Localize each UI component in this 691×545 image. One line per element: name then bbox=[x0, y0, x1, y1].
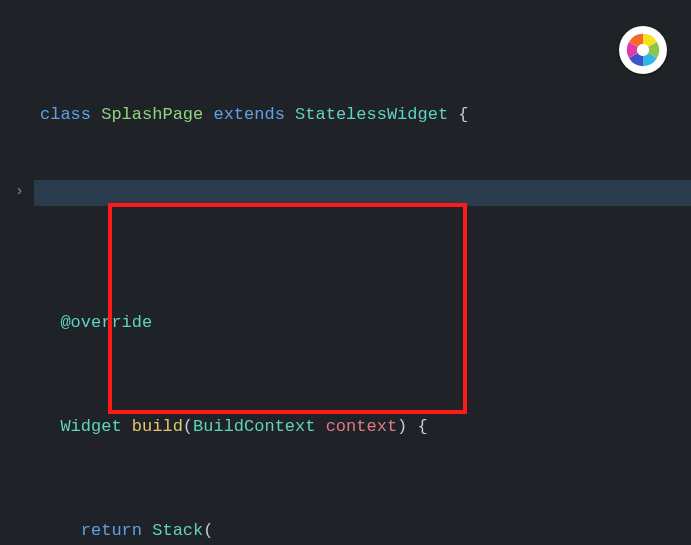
fn-build-name: build bbox=[132, 417, 183, 436]
keyword-class: class bbox=[40, 105, 91, 124]
fold-caret-icon[interactable]: › bbox=[15, 179, 24, 205]
color-picker-button[interactable] bbox=[619, 26, 667, 74]
class-name: SplashPage bbox=[101, 105, 203, 124]
line-build-decl: Widget build(BuildContext context) { bbox=[40, 414, 469, 440]
paren-open: ( bbox=[203, 521, 213, 540]
svg-point-0 bbox=[637, 44, 649, 56]
line-override: @override bbox=[40, 310, 469, 336]
code-content[interactable]: class SplashPage extends StatelessWidget… bbox=[40, 24, 469, 545]
keyword-extends: extends bbox=[213, 105, 284, 124]
code-editor: › class SplashPage extends StatelessWidg… bbox=[0, 0, 691, 545]
superclass-name: StatelessWidget bbox=[295, 105, 448, 124]
brace-open: { bbox=[458, 105, 468, 124]
line-return-stack: return Stack( bbox=[40, 518, 469, 544]
line-class-decl: class SplashPage extends StatelessWidget… bbox=[40, 102, 469, 128]
param-type: BuildContext bbox=[193, 417, 315, 436]
line-blank bbox=[40, 206, 469, 232]
brace-open: { bbox=[418, 417, 428, 436]
widget-stack: Stack bbox=[152, 521, 203, 540]
gutter: › bbox=[0, 0, 34, 545]
return-type: Widget bbox=[60, 417, 121, 436]
param-name: context bbox=[326, 417, 397, 436]
paren-close: ) bbox=[397, 417, 407, 436]
keyword-return: return bbox=[81, 521, 142, 540]
color-wheel-icon bbox=[624, 31, 662, 69]
annotation-override: @override bbox=[60, 313, 152, 332]
